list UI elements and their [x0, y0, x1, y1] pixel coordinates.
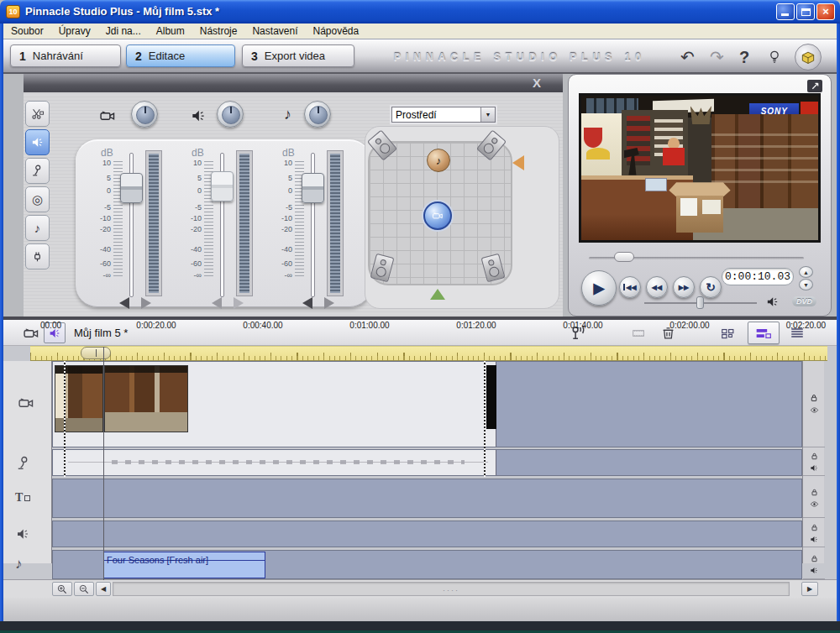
music-track[interactable]: Four Seasons [Fresh air] — [52, 550, 802, 579]
minimize-icon — [781, 13, 789, 16]
speaker-icon[interactable] — [765, 295, 780, 309]
volume-fader-handle[interactable] — [211, 171, 234, 201]
tab-nahravani[interactable]: 1 Nahrávání — [10, 44, 121, 67]
audio-track[interactable] — [52, 449, 802, 476]
undo-icon[interactable]: ↶ — [680, 48, 695, 66]
tab-editace[interactable]: 2 Editace — [126, 44, 235, 67]
fast-forward-button[interactable]: ▶▶ — [673, 276, 695, 298]
redo-icon[interactable]: ↷ — [710, 48, 724, 66]
scroll-left-button[interactable]: ◀ — [96, 582, 111, 596]
window-title: Pinnacle Studio Plus - Můj film 5.stx * — [25, 5, 219, 18]
channel1-balance-knob[interactable] — [131, 101, 158, 128]
balance-right-arrow[interactable] — [324, 297, 334, 309]
video-clip[interactable] — [53, 362, 496, 447]
timecode-step-down[interactable]: ▼ — [799, 279, 813, 290]
audio-track-state — [803, 449, 825, 476]
tab-number: 1 — [19, 50, 26, 63]
playhead-line[interactable] — [103, 347, 104, 580]
title-track[interactable] — [52, 479, 802, 518]
storyboard-view-button[interactable] — [719, 326, 737, 341]
scrollbar-grip[interactable]: ···· — [443, 586, 459, 594]
preview-scrubber-handle[interactable] — [614, 252, 634, 262]
maximize-button[interactable] — [796, 3, 815, 20]
balance-left-arrow[interactable] — [212, 297, 222, 309]
balance-left-arrow[interactable] — [119, 297, 129, 309]
close-button[interactable]: × — [816, 3, 835, 20]
speaker-icon[interactable] — [809, 535, 819, 544]
menu-napoveda[interactable]: Nápověda — [305, 25, 366, 37]
level-meter — [237, 151, 252, 296]
timecode-step-up[interactable]: ▲ — [799, 266, 813, 278]
tool-cd-audio-button[interactable]: ◎ — [25, 186, 50, 212]
audio-clip[interactable] — [53, 450, 496, 475]
menu-soubor[interactable]: Soubor — [3, 25, 51, 37]
speaker-icon[interactable] — [809, 566, 819, 575]
title-bar[interactable]: 10 Pinnacle Studio Plus - Můj film 5.stx… — [0, 0, 840, 24]
volume-fader-handle[interactable] — [120, 173, 143, 203]
clip-end-dotted-line — [484, 361, 486, 477]
timecode-display[interactable]: 0:00:10.03 — [722, 268, 794, 285]
music-pan-puck[interactable]: ♪ — [427, 149, 450, 172]
lock-icon[interactable] — [810, 452, 819, 461]
fullscreen-button[interactable] — [807, 80, 822, 92]
speaker-icon[interactable] — [809, 463, 819, 473]
premium-store-button[interactable] — [795, 44, 822, 71]
time-ruler[interactable] — [30, 346, 827, 361]
sound-effect-track[interactable] — [52, 521, 802, 547]
balance-left-arrow[interactable] — [302, 297, 312, 309]
video-track[interactable] — [52, 361, 802, 447]
menu-album[interactable]: Album — [149, 25, 192, 37]
project-title: Můj film 5 * — [74, 327, 128, 339]
person-shirt — [663, 148, 684, 165]
loop-button[interactable]: ↻ — [700, 276, 722, 298]
eye-icon[interactable] — [809, 405, 820, 415]
go-to-start-button[interactable]: ◀◀ — [619, 276, 641, 298]
music-note-icon: ♪ — [436, 154, 442, 167]
menu-nastaveni[interactable]: Nastavení — [244, 25, 305, 37]
timeline-toolbar: Můj film 5 * — [3, 320, 837, 346]
lock-icon[interactable] — [810, 554, 819, 563]
tool-trim-button[interactable] — [25, 101, 50, 127]
minimize-button[interactable] — [776, 3, 795, 20]
channel2-balance-knob[interactable] — [217, 101, 244, 128]
title-track-icon[interactable]: T — [15, 491, 30, 505]
music-clip[interactable]: Four Seasons [Fresh air] — [103, 552, 265, 578]
menu-jdi-na[interactable]: Jdi na... — [98, 25, 149, 37]
video-track-icon[interactable] — [15, 395, 37, 411]
help-icon[interactable]: ? — [739, 48, 749, 66]
horizontal-scrollbar[interactable]: ···· — [113, 582, 790, 596]
menu-upravy[interactable]: Úpravy — [51, 25, 98, 37]
sound-effect-track-icon[interactable] — [15, 526, 30, 541]
video-audio-pan-puck[interactable] — [423, 201, 452, 230]
menu-nastroje[interactable]: Nástroje — [192, 25, 245, 37]
tool-background-music-button[interactable]: ♪ — [25, 215, 50, 241]
rewind-button[interactable]: ◀◀ — [646, 276, 668, 298]
balance-right-arrow[interactable] — [141, 297, 151, 309]
volume-fader-handle[interactable] — [302, 173, 324, 203]
tool-audio-plugin-button[interactable] — [25, 243, 50, 269]
scroll-right-button[interactable]: ▶ — [801, 582, 818, 596]
lock-icon[interactable] — [810, 523, 819, 532]
volume-slider-handle[interactable] — [696, 296, 704, 309]
lock-icon[interactable] — [809, 393, 819, 403]
audio-track-icon[interactable] — [15, 455, 32, 472]
pan-preset-dropdown[interactable]: Prostředí ▼ — [391, 107, 496, 123]
zoom-out-button[interactable] — [74, 582, 94, 596]
mixer-close-button[interactable]: X — [533, 76, 541, 90]
zoom-in-button[interactable] — [52, 582, 72, 596]
lock-icon[interactable] — [810, 488, 819, 497]
music-track-icon[interactable]: ♪ — [15, 556, 23, 573]
eye-icon[interactable] — [809, 500, 820, 509]
tool-voiceover-button[interactable] — [25, 158, 50, 184]
dvd-badge[interactable]: DVD — [792, 296, 816, 306]
balance-right-arrow[interactable] — [234, 297, 244, 309]
timeline-view-button[interactable] — [748, 322, 780, 344]
play-button[interactable]: ▶ — [581, 270, 617, 306]
window-border-left — [0, 24, 3, 621]
tool-volume-mixer-button[interactable] — [25, 129, 50, 155]
channel3-balance-knob[interactable] — [304, 101, 331, 128]
film-frame-icon[interactable] — [630, 327, 647, 340]
timeline-scrubber-handle[interactable] — [81, 347, 111, 359]
tab-export-videa[interactable]: 3 Export videa — [242, 44, 354, 67]
tip-bulb-icon[interactable] — [766, 48, 783, 66]
